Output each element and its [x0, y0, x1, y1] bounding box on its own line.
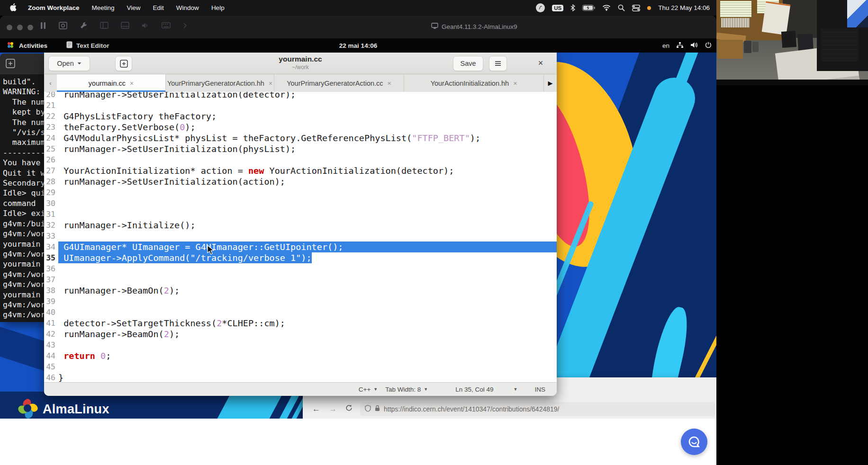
code-line[interactable]: 28 runManager->SetUserInitialization(act…	[44, 176, 557, 187]
code-line[interactable]: 27 YourActionInitialization* action = ne…	[44, 165, 557, 176]
code-line[interactable]: 22 G4PhysListFactory theFactory;	[44, 111, 557, 122]
tab-close-icon[interactable]: ×	[388, 80, 391, 87]
gnome-system-tray[interactable]: en	[662, 38, 712, 53]
code-line[interactable]: 29	[44, 187, 557, 198]
code-line[interactable]: 26	[44, 154, 557, 165]
cursor-position-indicator[interactable]: Ln 35, Col 49	[455, 386, 493, 393]
code-text: return 0;	[58, 350, 111, 361]
bluetooth-icon[interactable]	[570, 4, 575, 11]
code-line[interactable]: 30	[44, 198, 557, 209]
status-menulet-icon[interactable]	[536, 3, 545, 12]
minimize-window-button[interactable]	[17, 25, 23, 30]
vm-panel-bottom-icon[interactable]	[121, 22, 129, 29]
code-line[interactable]: 35 UImanager->ApplyCommand("/tracking/ve…	[44, 252, 557, 263]
spotlight-search-icon[interactable]	[618, 4, 625, 11]
code-line[interactable]: 40	[44, 307, 557, 318]
code-line[interactable]: 37	[44, 274, 557, 285]
editor-tab[interactable]: YourPrimaryGeneratorAction.hh×	[166, 74, 274, 92]
menu-bar-clock[interactable]: Thu 22 May 14:06	[658, 4, 710, 11]
menu-meeting[interactable]: Meeting	[92, 4, 115, 11]
code-line[interactable]: 33	[44, 231, 557, 241]
editor-tab[interactable]: yourmain.cc×	[57, 74, 166, 92]
gnome-clock[interactable]: 22 mai 14:06	[0, 38, 716, 53]
code-line[interactable]: 36	[44, 263, 557, 274]
tab-close-icon[interactable]: ×	[513, 80, 517, 87]
line-number: 35	[44, 252, 58, 263]
code-editor-area[interactable]: 20 runManager->SetUserInitialization(det…	[44, 92, 557, 383]
code-line[interactable]: 24 G4VModularPhysicsList* physList = the…	[44, 133, 557, 143]
tabs-scroll-right-button[interactable]: ▶	[544, 74, 557, 92]
vm-audio-icon[interactable]	[142, 22, 149, 29]
address-bar[interactable]: https://indico.cern.ch/event/1410347/con…	[360, 402, 715, 416]
lock-icon[interactable]	[375, 405, 380, 413]
tab-width-selector[interactable]: Tab Width: 8▼	[385, 386, 428, 393]
menu-view[interactable]: View	[127, 4, 141, 11]
line-number: 29	[44, 187, 58, 198]
wifi-icon[interactable]	[602, 5, 611, 11]
main-menu-button[interactable]	[489, 56, 507, 71]
menu-edit[interactable]: Edit	[153, 4, 164, 11]
save-button[interactable]: Save	[453, 56, 483, 71]
code-line[interactable]: 34 G4UImanager* UImanager = G4UImanager:…	[44, 241, 557, 252]
code-line[interactable]: 21	[44, 100, 557, 111]
input-language-indicator[interactable]: en	[662, 42, 669, 49]
code-line[interactable]: 45	[44, 361, 557, 372]
control-center-icon[interactable]	[632, 5, 640, 11]
browser-forward-button[interactable]: →	[329, 404, 337, 414]
zoom-window-button[interactable]	[27, 25, 33, 30]
code-text: }	[58, 372, 63, 383]
terminal-new-tab-icon[interactable]	[6, 59, 15, 70]
terminal-window[interactable]: build". WARNING: The num kept by The num…	[0, 54, 44, 322]
code-text: runManager->BeamOn(2);	[58, 329, 180, 340]
line-number: 30	[44, 198, 58, 209]
code-line[interactable]: 43	[44, 340, 557, 350]
macos-app-menus: Zoom Workplace Meeting View Edit Window …	[28, 4, 225, 11]
code-line[interactable]: 46}	[44, 372, 557, 383]
vm-tools-wrench-icon[interactable]	[80, 21, 88, 29]
browser-reload-button[interactable]	[345, 404, 353, 414]
code-line[interactable]: 42 runManager->BeamOn(2);	[44, 329, 557, 340]
tabs-scroll-left-button[interactable]: ‹	[44, 74, 57, 92]
vm-keyboard-icon[interactable]	[162, 22, 171, 28]
code-line[interactable]: 32 runManager->Initialize();	[44, 220, 557, 231]
code-line[interactable]: 23 theFactory.SetVerbose(0);	[44, 122, 557, 133]
shield-icon[interactable]	[365, 405, 371, 414]
code-text: detector->SetTargetThickness(2*CLHEP::cm…	[58, 318, 285, 329]
code-line[interactable]: 41 detector->SetTargetThickness(2*CLHEP:…	[44, 318, 557, 329]
line-number: 34	[44, 241, 58, 252]
vm-toolbar-chevron-icon[interactable]	[183, 23, 187, 28]
chat-widget-button[interactable]	[681, 429, 707, 455]
apple-logo-icon[interactable]	[9, 3, 17, 13]
line-number: 20	[44, 92, 58, 100]
vm-pause-icon[interactable]	[40, 22, 46, 29]
line-number: 46	[44, 372, 58, 383]
menu-window[interactable]: Window	[176, 4, 199, 11]
insert-mode-indicator[interactable]: INS	[534, 386, 545, 393]
code-line[interactable]: 44 return 0;	[44, 350, 557, 361]
menu-zoom-workplace[interactable]: Zoom Workplace	[28, 4, 80, 11]
code-line[interactable]: 25 runManager->SetUserInitialization(phy…	[44, 143, 557, 154]
editor-tab[interactable]: YourActionInitialization.hh×	[404, 74, 544, 92]
code-line[interactable]: 38 runManager->BeamOn(2);	[44, 285, 557, 296]
code-line[interactable]: 31	[44, 209, 557, 220]
battery-icon[interactable]	[582, 5, 595, 11]
keyboard-layout-indicator[interactable]: US	[552, 5, 563, 11]
terminal-output[interactable]: build". WARNING: The num kept by The num…	[0, 74, 44, 322]
code-line[interactable]: 20 runManager->SetUserInitialization(det…	[44, 92, 557, 100]
url-text[interactable]: https://indico.cern.ch/event/1410347/con…	[384, 405, 559, 413]
goto-line-dropdown[interactable]: ▼	[514, 387, 518, 392]
line-number: 44	[44, 350, 58, 361]
window-traffic-lights	[7, 25, 33, 30]
browser-back-button[interactable]: ←	[312, 404, 320, 414]
close-window-button[interactable]	[7, 25, 12, 30]
vm-snapshot-icon[interactable]	[59, 22, 67, 29]
vm-panel-left-icon[interactable]	[100, 22, 108, 29]
code-line[interactable]: 39	[44, 296, 557, 307]
editor-tab[interactable]: YourPrimaryGeneratorAction.cc×	[274, 74, 404, 92]
tab-label: YourPrimaryGeneratorAction.hh	[167, 80, 264, 87]
menu-help[interactable]: Help	[211, 4, 225, 11]
window-close-button[interactable]: ×	[533, 56, 548, 70]
tab-close-icon[interactable]: ×	[130, 80, 134, 87]
language-selector[interactable]: C++▼	[359, 386, 378, 393]
tab-close-icon[interactable]: ×	[269, 80, 272, 87]
